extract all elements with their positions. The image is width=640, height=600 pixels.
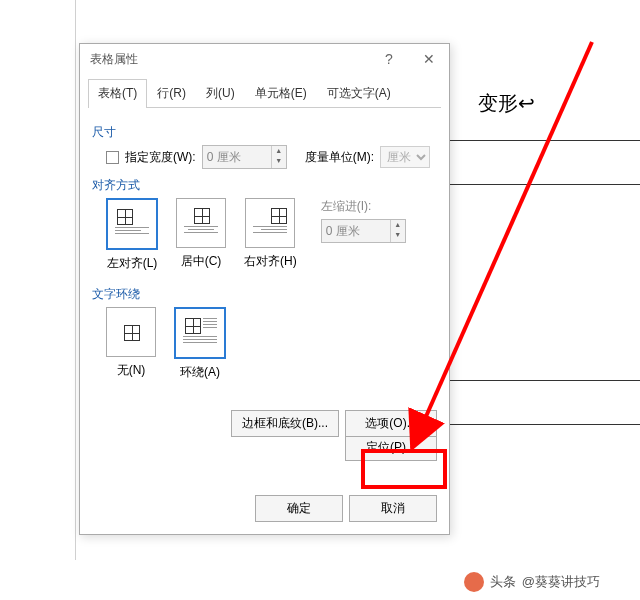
tab-table[interactable]: 表格(T) [88,79,147,108]
align-center-label: 居中(C) [181,253,222,270]
wrap-header: 文字环绕 [92,286,437,303]
unit-combo[interactable]: 厘米 [380,146,430,168]
help-button[interactable]: ? [369,44,409,74]
tab-panel: 尺寸 指定宽度(W): ▲▼ 度量单位(M): 厘米 对齐方式 左对齐(L) [80,108,449,487]
align-header: 对齐方式 [92,177,437,194]
width-label: 指定宽度(W): [125,149,196,166]
wrap-around-label: 环绕(A) [180,364,220,381]
titlebar: 表格属性 ? ✕ [80,44,449,74]
borders-button[interactable]: 边框和底纹(B)... [231,410,339,437]
align-center-option[interactable] [176,198,226,248]
avatar-icon [464,572,484,592]
watermark: 头条 @葵葵讲技巧 [464,572,600,592]
wrap-around-option[interactable] [174,307,226,359]
table-properties-dialog: 表格属性 ? ✕ 表格(T) 行(R) 列(U) 单元格(E) 可选文字(A) … [79,43,450,535]
tab-strip: 表格(T) 行(R) 列(U) 单元格(E) 可选文字(A) [88,79,441,108]
dialog-footer: 确定 取消 [80,487,449,534]
position-button[interactable]: 定位(P)... [345,434,437,461]
tab-column[interactable]: 列(U) [196,79,245,107]
wrap-none-label: 无(N) [117,362,146,379]
cancel-button[interactable]: 取消 [349,495,437,522]
width-input[interactable]: ▲▼ [202,145,287,169]
unit-label: 度量单位(M): [305,149,374,166]
align-left-label: 左对齐(L) [107,255,158,272]
ok-button[interactable]: 确定 [255,495,343,522]
options-button[interactable]: 选项(O)... [345,410,437,437]
align-left-option[interactable] [106,198,158,250]
tab-row[interactable]: 行(R) [147,79,196,107]
spin-up-icon: ▲ [272,146,286,156]
wrap-none-option[interactable] [106,307,156,357]
indent-label: 左缩进(I): [321,198,406,215]
width-checkbox[interactable] [106,151,119,164]
doc-heading: 变形↩ [478,90,535,117]
align-right-label: 右对齐(H) [244,253,297,270]
align-right-option[interactable] [245,198,295,248]
spin-up-icon: ▲ [391,220,405,230]
spin-down-icon: ▼ [272,156,286,166]
size-header: 尺寸 [92,124,437,141]
tab-cell[interactable]: 单元格(E) [245,79,317,107]
spin-down-icon: ▼ [391,230,405,240]
dialog-title: 表格属性 [90,51,369,68]
close-button[interactable]: ✕ [409,44,449,74]
tab-alt-text[interactable]: 可选文字(A) [317,79,401,107]
indent-input[interactable]: ▲▼ [321,219,406,243]
